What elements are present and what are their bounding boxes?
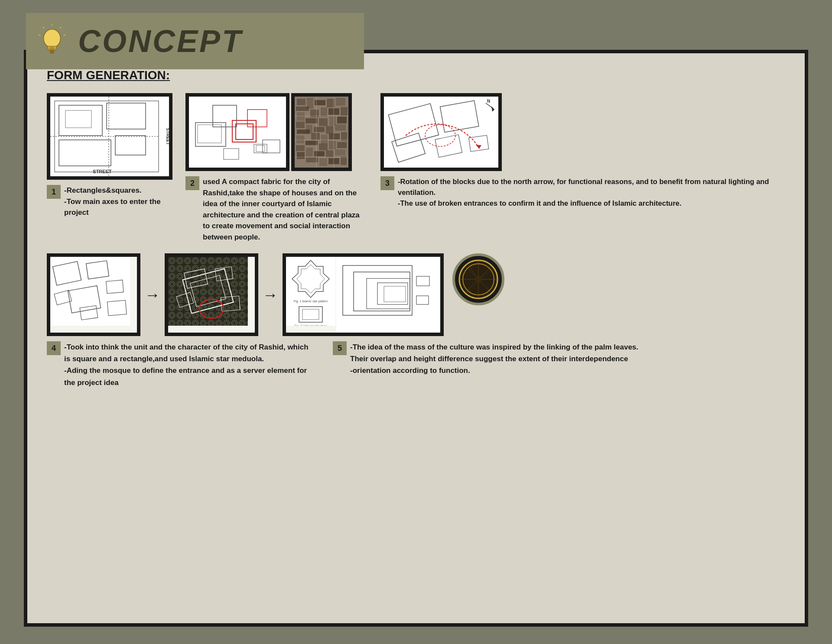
step4-image-star: Fig. 1 Islamic star pattern Fig. 2 Unit …: [286, 257, 342, 333]
svg-rect-63: [306, 148, 313, 156]
step4-text: -Took into think the unit and the charac…: [64, 341, 315, 388]
step4-frame-pattern: [165, 253, 258, 336]
svg-rect-8: [50, 50, 55, 52]
step3-image: N: [384, 97, 498, 168]
header-bar: CONCEPT: [26, 13, 364, 69]
svg-rect-9: [50, 52, 54, 54]
svg-text:STREET: STREET: [166, 128, 169, 145]
svg-rect-42: [297, 112, 305, 121]
svg-rect-55: [329, 133, 340, 139]
svg-line-2: [64, 35, 65, 36]
top-row: STREET STREET 1 -Rectangles&squares. -To…: [47, 93, 785, 243]
step2-text: used A compact fabric for the city of Ra…: [203, 176, 367, 243]
svg-rect-36: [336, 98, 345, 106]
svg-rect-39: [321, 107, 327, 117]
step1-text: -Rectangles&squares. -Tow main axes to e…: [64, 185, 172, 218]
step3-column: N 3 -Rotation of the blocks due to the n…: [380, 93, 785, 243]
step1-column: STREET STREET 1 -Rectangles&squares. -To…: [47, 93, 172, 243]
svg-rect-53: [311, 133, 320, 140]
palm-svg: [458, 259, 499, 300]
svg-rect-67: [297, 152, 305, 159]
step4-image-sketch: [50, 257, 137, 333]
step4-badge: 4: [47, 341, 61, 355]
step2-frame-right: [291, 93, 352, 171]
step2-frame-left: [185, 93, 289, 171]
svg-rect-43: [306, 118, 318, 123]
step5-sketch-svg: [336, 257, 433, 326]
svg-point-129: [475, 276, 482, 283]
step2b-svg: [295, 97, 348, 168]
step1-frame: STREET STREET: [47, 93, 172, 180]
svg-rect-61: [337, 142, 347, 148]
svg-rect-62: [296, 145, 305, 151]
svg-rect-56: [341, 132, 347, 141]
svg-rect-41: [341, 107, 348, 116]
svg-rect-32: [297, 99, 306, 105]
step1-text-block: 1 -Rectangles&squares. -Tow main axes to…: [47, 185, 172, 218]
section-title: FORM GENERATION:: [47, 68, 785, 82]
svg-rect-60: [329, 141, 336, 149]
step2-text-block: 2 used A compact fabric for the city of …: [185, 176, 367, 243]
arrow2: →: [263, 286, 278, 304]
step3-frame: N: [380, 93, 502, 171]
svg-text:Fig. 2 Unit and structure: Fig. 2 Unit and structure: [295, 324, 327, 326]
step5-frame-sketch: [333, 253, 444, 336]
bulb-icon: [35, 24, 69, 58]
arrow1: →: [145, 286, 160, 304]
svg-rect-64: [314, 151, 325, 156]
svg-rect-99: [168, 257, 248, 326]
svg-rect-66: [335, 149, 345, 155]
step4-image-pattern: [168, 257, 255, 333]
svg-rect-58: [306, 141, 318, 145]
step5-palm-container: [452, 253, 504, 305]
step4-star-svg: Fig. 1 Islamic star pattern Fig. 2 Unit …: [286, 257, 335, 326]
svg-rect-88: [50, 257, 130, 326]
svg-line-3: [43, 27, 45, 29]
bottom-section: →: [47, 253, 785, 388]
step5-images: [333, 253, 785, 336]
svg-text:Fig. 1 Islamic star pattern: Fig. 1 Islamic star pattern: [294, 300, 328, 303]
svg-rect-49: [314, 127, 325, 132]
svg-rect-20: [189, 97, 286, 168]
step3-badge: 3: [380, 176, 394, 190]
step4-column: →: [47, 253, 315, 388]
svg-point-5: [43, 29, 60, 48]
step5-column: 5 -The idea of the mass of the culture w…: [333, 253, 785, 388]
step2-image-right: [295, 97, 348, 168]
main-content: FORM GENERATION:: [24, 50, 808, 627]
svg-rect-71: [341, 156, 347, 165]
svg-line-1: [60, 27, 62, 29]
step3-text-block: 3 -Rotation of the blocks due to the nor…: [380, 176, 785, 208]
step4-images: →: [47, 253, 315, 336]
svg-line-4: [39, 35, 40, 36]
step2-svg: [189, 97, 286, 168]
concept-title: CONCEPT: [78, 23, 243, 59]
step4-frame-sketch: [47, 253, 140, 336]
svg-rect-65: [326, 150, 334, 157]
step1-badge: 1: [47, 185, 61, 199]
step5-text-block: 5 -The idea of the mass of the culture w…: [333, 341, 785, 377]
step1-image: STREET STREET: [50, 97, 169, 176]
step2-images: [185, 93, 367, 171]
step4-text-block: 4 -Took into think the unit and the char…: [47, 341, 315, 388]
svg-rect-52: [297, 129, 310, 134]
step5-text: -The idea of the mass of the culture was…: [350, 341, 638, 377]
svg-rect-69: [319, 158, 327, 166]
step3-svg: N: [384, 97, 498, 168]
svg-rect-46: [337, 117, 347, 123]
step3-text: -Rotation of the blocks due to the north…: [398, 176, 785, 208]
step4-sketch-svg: [50, 257, 130, 326]
svg-text:N: N: [487, 99, 490, 104]
step5-palm-frame: [452, 253, 504, 305]
svg-rect-45: [329, 116, 336, 126]
step5-image-sketch: [336, 257, 440, 333]
step1-svg: STREET STREET: [50, 97, 169, 176]
step4-pattern-svg: [168, 257, 248, 326]
svg-rect-35: [327, 99, 335, 107]
step2-column: 2 used A compact fabric for the city of …: [185, 93, 367, 243]
svg-rect-59: [319, 143, 328, 150]
step5-badge: 5: [333, 341, 347, 355]
svg-rect-57: [296, 136, 304, 143]
svg-rect-47: [296, 122, 305, 128]
step2-image-left: [189, 97, 286, 168]
